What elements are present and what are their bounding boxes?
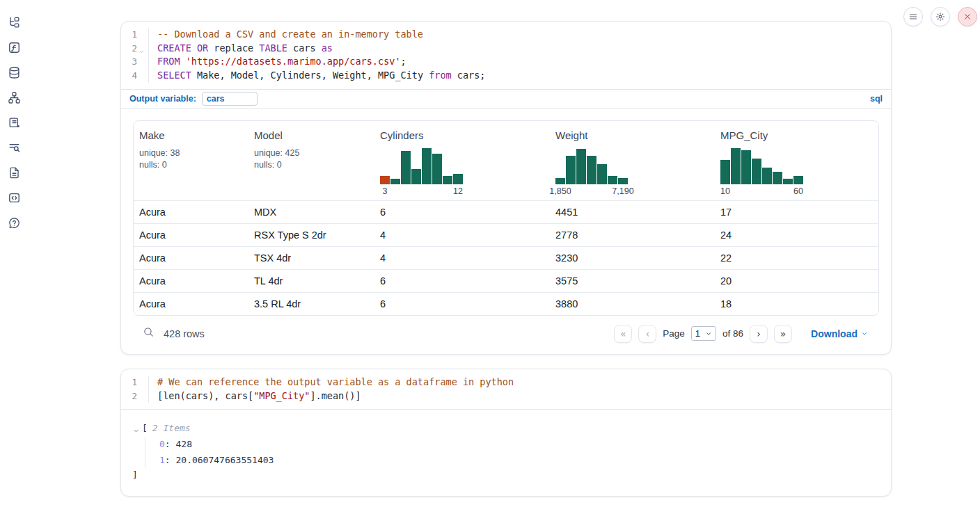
python-comment: # We can reference the output variable a…: [157, 376, 514, 387]
python-cell: 1 # We can reference the output variable…: [120, 369, 892, 497]
histogram-bar[interactable]: [597, 164, 607, 184]
sql-cell: 1 -- Download a CSV and create an in-mem…: [120, 21, 892, 355]
items-count-label: 2 Items: [152, 421, 191, 435]
close-icon[interactable]: [958, 7, 977, 26]
histogram-bar[interactable]: [731, 148, 741, 184]
histogram-bar[interactable]: [793, 176, 803, 184]
histogram-bar[interactable]: [773, 172, 782, 184]
notebook-controls: [903, 7, 977, 26]
datasources-icon[interactable]: [6, 64, 22, 81]
histogram-bar[interactable]: [720, 160, 730, 184]
output-variable-input[interactable]: [202, 92, 258, 106]
hist-max-label: 12: [453, 186, 463, 196]
histogram-bar[interactable]: [390, 179, 400, 184]
hist-max-label: 7,190: [618, 186, 628, 196]
histogram-bar[interactable]: [401, 151, 411, 184]
histogram-bar[interactable]: [576, 149, 586, 184]
hamburger-menu-icon[interactable]: [903, 7, 923, 26]
histogram-bar[interactable]: [453, 174, 463, 184]
functions-icon[interactable]: [6, 39, 22, 56]
histogram-bar[interactable]: [380, 176, 390, 184]
table-row[interactable]: Acura 3.5 RL 4dr 6 3880 18: [134, 292, 878, 315]
column-header-make[interactable]: Make unique: 38 nulls: 0: [134, 121, 248, 200]
collapse-chevron-icon[interactable]: [132, 424, 140, 432]
line-number: 3: [132, 55, 137, 69]
logs-icon[interactable]: [6, 139, 22, 156]
histogram-bar[interactable]: [555, 178, 565, 184]
histogram-bar[interactable]: [432, 154, 442, 184]
item-value: 428: [175, 439, 191, 449]
column-header-model[interactable]: Model unique: 425 nulls: 0: [248, 121, 374, 200]
histogram-bar[interactable]: [783, 179, 793, 184]
histogram-bar[interactable]: [608, 176, 617, 184]
histogram-bar[interactable]: [752, 159, 761, 184]
hist-min-label: 3: [380, 186, 390, 196]
line-number: 2: [132, 42, 137, 56]
file-tree-icon[interactable]: [6, 14, 22, 31]
python-code-editor[interactable]: 1 # We can reference the output variable…: [121, 369, 891, 409]
column-header-cylinders[interactable]: Cylinders 3 12: [374, 121, 550, 200]
table-header: Make unique: 38 nulls: 0 Model unique: 4…: [134, 121, 878, 200]
output-variable-label: Output variable:: [129, 94, 196, 104]
prev-page-button[interactable]: ‹: [638, 325, 656, 343]
stat-nulls: nulls: 0: [254, 159, 369, 171]
snippets-icon[interactable]: [6, 189, 22, 206]
help-icon[interactable]: [6, 214, 22, 231]
code-line: 1 -- Download a CSV and create an in-mem…: [121, 28, 891, 42]
line-number: 1: [132, 376, 137, 389]
table-row[interactable]: Acura TSX 4dr 4 3230 22: [134, 246, 878, 269]
documentation-icon[interactable]: [6, 164, 22, 181]
pagination: « ‹ Page 1 of 86 › » Download: [614, 325, 868, 343]
next-page-button[interactable]: ›: [750, 325, 768, 343]
table-row[interactable]: Acura MDX 6 4451 17: [134, 200, 878, 223]
code-line: 2 [len(cars), cars["MPG_City"].mean()]: [121, 389, 891, 403]
mpg-city-histogram: 10 60: [720, 147, 803, 196]
code-line: 3 FROM 'https://datasets.marimo.app/cars…: [121, 55, 891, 69]
download-button[interactable]: Download: [811, 328, 868, 339]
histogram-bar[interactable]: [762, 168, 772, 184]
histogram-bar[interactable]: [566, 156, 576, 184]
python-output-tree: [ 2 Items 0: 428 1: 20.060747663551403 ]: [121, 409, 891, 496]
sql-code-editor[interactable]: 1 -- Download a CSV and create an in-mem…: [121, 22, 891, 89]
histogram-bar[interactable]: [443, 176, 452, 184]
page-select[interactable]: 1: [691, 326, 716, 341]
line-number: 1: [132, 28, 137, 42]
gear-icon[interactable]: [931, 7, 950, 26]
table-row[interactable]: Acura RSX Type S 2dr 4 2778 24: [134, 223, 878, 246]
histogram-bar[interactable]: [411, 169, 421, 184]
chevron-down-icon: [705, 330, 712, 337]
dependency-graph-icon[interactable]: [6, 89, 22, 106]
histogram-bar[interactable]: [618, 178, 628, 184]
output-variable-row: Output variable: sql: [121, 89, 891, 109]
cylinders-histogram: 3 12: [380, 147, 463, 196]
list-open-bracket: [: [142, 421, 148, 435]
scratchpad-icon[interactable]: [6, 114, 22, 131]
page-total-label: of 86: [722, 328, 743, 339]
last-page-button[interactable]: »: [774, 325, 792, 343]
histogram-bar[interactable]: [422, 148, 432, 184]
sql-comment: -- Download a CSV and create an in-memor…: [157, 29, 423, 40]
histogram-bar[interactable]: [587, 156, 596, 184]
sql-url-string: 'https://datasets.marimo.app/cars.csv': [186, 56, 401, 67]
list-item: 1: 20.060747663551403: [159, 453, 880, 469]
weight-histogram: 1,850 7,190: [555, 147, 628, 196]
chevron-down-icon: [861, 330, 868, 337]
list-close-bracket: ]: [132, 468, 880, 482]
search-icon[interactable]: [143, 326, 155, 341]
hist-max-label: 60: [793, 186, 803, 196]
notebook-main: 1 -- Download a CSV and create an in-mem…: [120, 21, 892, 497]
fold-chevron-icon[interactable]: [139, 45, 145, 51]
code-line: 4 SELECT Make, Model, Cylinders, Weight,…: [121, 69, 891, 83]
line-number: 4: [132, 69, 137, 83]
line-number: 2: [132, 389, 137, 403]
code-line: 1 # We can reference the output variable…: [121, 376, 891, 389]
table-row[interactable]: Acura TL 4dr 6 3575 20: [134, 269, 878, 292]
histogram-bar[interactable]: [741, 150, 751, 184]
column-header-mpg-city[interactable]: MPG_City 10 60: [715, 121, 878, 200]
sql-output-area: Make unique: 38 nulls: 0 Model unique: 4…: [121, 109, 891, 354]
language-badge: sql: [870, 94, 883, 104]
column-header-weight[interactable]: Weight 1,850 7,190: [550, 121, 715, 200]
item-value: 20.060747663551403: [175, 455, 274, 465]
row-count: 428 rows: [164, 328, 205, 339]
first-page-button[interactable]: «: [614, 325, 632, 343]
